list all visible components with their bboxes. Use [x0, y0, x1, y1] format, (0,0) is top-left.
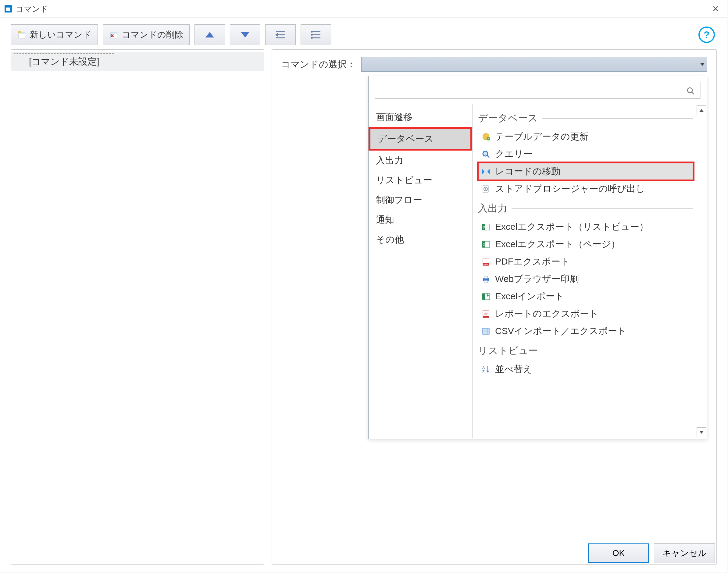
move-down-button[interactable] [230, 24, 260, 45]
svg-point-6 [311, 31, 313, 33]
command-items-panel: データベース テーブルデータの更新 クエリー [473, 104, 707, 438]
svg-point-7 [311, 34, 313, 36]
magnifier-icon [481, 149, 491, 159]
cmd-label: クエリー [495, 148, 533, 160]
delete-command-button[interactable]: コマンドの削除 [103, 24, 190, 45]
scrollbar[interactable] [696, 104, 707, 438]
toolbar: 新しいコマンド コマンドの削除 ? [0, 18, 727, 49]
chevron-down-icon [700, 63, 705, 66]
excel-icon: X [481, 240, 491, 249]
cmd-csv-import-export[interactable]: CSVインポート／エクスポート [478, 322, 693, 340]
gear-doc-icon [481, 184, 491, 194]
app-icon [4, 5, 12, 13]
outdent-icon [311, 31, 321, 39]
close-icon[interactable]: × [706, 3, 725, 14]
cmd-label: Excelエクスポート（ページ） [495, 238, 620, 251]
printer-icon [481, 274, 491, 284]
cmd-label: CSVインポート／エクスポート [495, 325, 626, 337]
section-heading-listview: リストビュー [478, 344, 693, 358]
svg-point-15 [485, 188, 486, 190]
excel-import-icon [481, 292, 491, 302]
cmd-label: ストアドプロシージャーの呼び出し [495, 183, 645, 195]
cmd-web-browser-print[interactable]: Webブラウザー印刷 [478, 270, 693, 288]
section-heading-io: 入出力 [478, 202, 693, 215]
outdent-button[interactable] [301, 24, 331, 45]
svg-text:X: X [483, 243, 485, 247]
record-nav-icon [481, 167, 491, 176]
cmd-label: レコードの移動 [495, 165, 560, 178]
search-icon [686, 87, 695, 95]
arrow-up-icon [699, 109, 704, 112]
section-heading-label: リストビュー [478, 344, 538, 358]
cmd-label: 並べ替え [495, 363, 532, 375]
search-input[interactable] [375, 82, 701, 99]
cat-screen-transition[interactable]: 画面遷移 [369, 107, 472, 127]
svg-point-8 [311, 37, 313, 39]
cmd-record-move[interactable]: レコードの移動 [478, 163, 693, 180]
svg-text:A: A [482, 365, 485, 370]
section-heading-database: データベース [478, 112, 693, 125]
content-area: [コマンド未設定] コマンドの選択： 画面遷移 [0, 49, 727, 572]
cat-database[interactable]: データベース [370, 129, 470, 149]
help-icon[interactable]: ? [698, 27, 715, 43]
cmd-report-export[interactable]: レポートのエクスポート [478, 305, 693, 322]
cmd-sort[interactable]: AZ 並べ替え [478, 361, 693, 378]
new-command-button[interactable]: 新しいコマンド [11, 24, 98, 45]
command-unset-label: [コマンド未設定] [14, 53, 114, 70]
delete-sheet-icon [109, 30, 118, 39]
dialog-window: コマンド × 新しいコマンド コマンドの削除 ? [コマンド未 [0, 0, 727, 572]
cmd-query[interactable]: クエリー [478, 145, 693, 163]
indent-button[interactable] [265, 24, 296, 45]
command-select-dropdown[interactable] [361, 57, 707, 72]
cat-io[interactable]: 入出力 [369, 151, 472, 170]
cmd-label: PDFエクスポート [495, 255, 570, 268]
cat-other[interactable]: その他 [369, 230, 472, 250]
cmd-excel-export-page[interactable]: X Excelエクスポート（ページ） [478, 236, 693, 253]
move-up-button[interactable] [195, 24, 225, 45]
svg-text:PDF: PDF [483, 263, 488, 266]
svg-rect-26 [484, 276, 488, 278]
command-picker-popup: 画面遷移 データベース 入出力 リストビュー 制御フロー 通知 その他 [368, 76, 707, 439]
cat-notification[interactable]: 通知 [369, 210, 472, 230]
cmd-excel-import[interactable]: Excelインポート [478, 288, 693, 305]
svg-rect-27 [484, 280, 488, 283]
svg-rect-31 [483, 316, 489, 318]
command-list-panel: [コマンド未設定] [11, 49, 264, 565]
cat-control-flow[interactable]: 制御フロー [369, 190, 472, 210]
category-list: 画面遷移 データベース 入出力 リストビュー 制御フロー 通知 その他 [369, 104, 473, 438]
command-list-row[interactable]: [コマンド未設定] [11, 52, 264, 71]
cancel-button[interactable]: キャンセル [654, 543, 715, 563]
sort-icon: AZ [481, 365, 491, 374]
report-pdf-icon [481, 309, 491, 319]
svg-rect-29 [482, 294, 485, 300]
svg-point-4 [18, 31, 21, 33]
svg-text:X: X [483, 225, 485, 229]
svg-rect-32 [482, 328, 489, 334]
command-config-panel: コマンドの選択： 画面遷移 データベース [272, 49, 717, 565]
arrow-down-icon [699, 431, 704, 434]
new-command-label: 新しいコマンド [30, 29, 92, 41]
cmd-label: Excelエクスポート（リストビュー） [495, 221, 648, 233]
cmd-label: Excelインポート [495, 290, 564, 303]
section-heading-label: 入出力 [478, 202, 507, 215]
cmd-label: レポートのエクスポート [495, 308, 599, 320]
cmd-stored-procedure[interactable]: ストアドプロシージャーの呼び出し [478, 180, 693, 198]
cmd-label: Webブラウザー印刷 [495, 273, 579, 285]
scroll-up-button[interactable] [696, 105, 706, 115]
cmd-table-data-update[interactable]: テーブルデータの更新 [478, 128, 693, 145]
excel-icon: X [481, 222, 491, 232]
cmd-excel-export-listview[interactable]: X Excelエクスポート（リストビュー） [478, 218, 693, 236]
command-select-row: コマンドの選択： [281, 57, 707, 72]
svg-point-12 [483, 151, 488, 156]
dialog-footer: OK キャンセル [588, 543, 715, 563]
csv-icon [481, 326, 491, 336]
cmd-pdf-export[interactable]: PDF PDFエクスポート [478, 253, 693, 270]
indent-icon [275, 31, 285, 39]
delete-command-label: コマンドの削除 [122, 29, 183, 41]
dialog-title: コマンド [15, 4, 706, 14]
cat-listview[interactable]: リストビュー [369, 170, 472, 190]
arrow-up-icon [205, 32, 214, 38]
scroll-down-button[interactable] [696, 427, 706, 437]
title-bar: コマンド × [0, 0, 727, 18]
ok-button[interactable]: OK [588, 543, 649, 563]
